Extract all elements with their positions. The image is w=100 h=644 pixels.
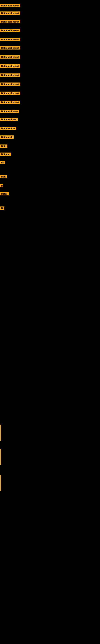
bottleneck-badge-label: Bottleneck <box>0 136 14 139</box>
bottleneck-badge-5[interactable]: Bottleneck result <box>0 38 20 42</box>
bottleneck-badge-label: Bottleneck result <box>0 4 20 7</box>
bottleneck-badge-7[interactable]: Bottleneck result <box>0 55 20 59</box>
bottleneck-badge-label: Bottleneck result <box>0 12 20 15</box>
bottleneck-badge-21[interactable]: B <box>0 184 3 188</box>
bottleneck-badge-12[interactable]: Bottleneck result <box>0 100 20 105</box>
bottleneck-badge-label: Bottleneck result <box>0 29 20 32</box>
bottleneck-badge-8[interactable]: Bottleneck result <box>0 64 20 68</box>
bottleneck-badge-label: Bottleneck result <box>0 38 20 41</box>
bottleneck-badge-label: Bottle <box>0 192 9 196</box>
bottleneck-badge-label: Bottlene <box>0 152 11 156</box>
bottleneck-badge-label: Bottleneck result <box>0 100 20 104</box>
bottleneck-badge-9[interactable]: Bottleneck result <box>0 74 20 78</box>
bottleneck-badge-17[interactable]: Bottl <box>0 144 7 148</box>
bottleneck-badge-19[interactable]: Bo <box>0 161 5 165</box>
bottleneck-badge-label: Bottleneck result <box>0 55 20 58</box>
bottleneck-badge-2[interactable]: Bottleneck result <box>0 12 20 16</box>
bottleneck-badge-4[interactable]: Bottleneck result <box>0 29 20 33</box>
bottleneck-badge-16[interactable]: Bottleneck <box>0 136 14 140</box>
bottleneck-badge-23[interactable]: Bo <box>0 206 4 210</box>
bottleneck-badge-label: Bottleneck result <box>0 82 20 86</box>
bottleneck-badge-label: Bottleneck result <box>0 92 20 95</box>
bottleneck-badge-1[interactable]: Bottleneck result <box>0 4 20 8</box>
bottleneck-badge-label: Bottleneck result <box>0 46 20 50</box>
bottleneck-badge-label: B <box>0 184 3 187</box>
bottleneck-badge-6[interactable]: Bottleneck result <box>0 46 20 50</box>
bottleneck-badge-22[interactable]: Bottle <box>0 192 9 196</box>
bottleneck-badge-18[interactable]: Bottlene <box>0 152 11 156</box>
vertical-line-1 <box>0 425 1 441</box>
bottleneck-badge-11[interactable]: Bottleneck result <box>0 92 20 96</box>
bottleneck-badge-label: Bo <box>0 206 4 210</box>
bottleneck-badge-13[interactable]: Bottleneck resu <box>0 110 19 114</box>
vertical-line-2 <box>0 449 1 465</box>
bottleneck-badge-label: Bottleneck re <box>0 127 16 130</box>
bottleneck-badge-label: Bo <box>0 161 5 164</box>
bottleneck-badge-label: Bottleneck result <box>0 74 20 77</box>
bottleneck-badge-20[interactable]: Bott <box>0 175 7 179</box>
bottleneck-badge-3[interactable]: Bottleneck result <box>0 20 20 24</box>
bottleneck-badge-label: Bottl <box>0 144 7 148</box>
bottleneck-badge-label: Bott <box>0 175 7 178</box>
bottleneck-badge-label: Bottleneck resu <box>0 110 19 113</box>
bottleneck-badge-label: Bottleneck result <box>0 20 20 23</box>
bottleneck-badge-15[interactable]: Bottleneck re <box>0 127 16 131</box>
bottleneck-badge-14[interactable]: Bottleneck res <box>0 118 18 122</box>
bottleneck-badge-label: Bottleneck res <box>0 118 18 121</box>
vertical-line-3 <box>0 475 1 491</box>
bottleneck-badge-label: Bottleneck result <box>0 64 20 68</box>
bottleneck-badge-10[interactable]: Bottleneck result <box>0 82 20 86</box>
